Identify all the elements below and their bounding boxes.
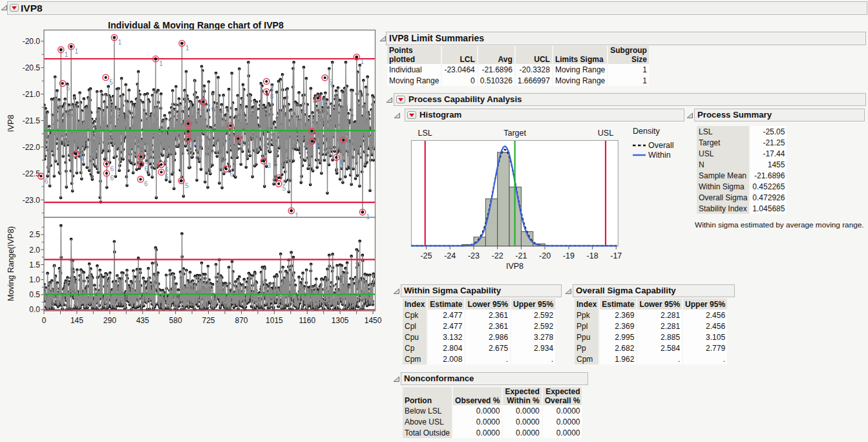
svg-text:1160: 1160 <box>299 316 315 325</box>
svg-text:3: 3 <box>316 143 320 150</box>
svg-text:2.5: 2.5 <box>29 230 40 239</box>
svg-text:-20: -20 <box>539 251 551 260</box>
svg-text:3: 3 <box>268 162 271 169</box>
svg-text:1: 1 <box>159 60 163 67</box>
svg-text:2: 2 <box>207 103 211 111</box>
svg-text:1: 1 <box>75 48 79 55</box>
svg-text:290: 290 <box>103 316 116 325</box>
svg-text:6: 6 <box>79 155 83 162</box>
svg-text:-20.5: -20.5 <box>23 63 41 72</box>
svg-text:1450: 1450 <box>365 316 382 325</box>
svg-text:Individual & Moving Range char: Individual & Moving Range chart of IVP8 <box>108 20 284 30</box>
svg-text:6: 6 <box>144 180 148 187</box>
svg-text:8: 8 <box>270 93 274 100</box>
svg-text:1.5: 1.5 <box>29 260 40 269</box>
svg-text:5: 5 <box>109 79 113 86</box>
svg-text:6: 6 <box>145 165 149 173</box>
svg-text:6: 6 <box>145 158 149 165</box>
svg-text:-20.0: -20.0 <box>23 37 41 46</box>
svg-text:6: 6 <box>110 174 114 182</box>
svg-text:6: 6 <box>165 166 169 173</box>
svg-text:-19: -19 <box>563 251 575 260</box>
svg-text:8: 8 <box>321 100 325 107</box>
svg-text:1.0: 1.0 <box>29 275 40 284</box>
svg-text:-22.0: -22.0 <box>23 143 41 152</box>
svg-text:IVP8: IVP8 <box>506 262 524 271</box>
svg-text:-21: -21 <box>515 251 527 260</box>
svg-text:5: 5 <box>282 185 286 192</box>
svg-text:5: 5 <box>328 79 332 86</box>
svg-text:1: 1 <box>295 212 299 219</box>
svg-text:6: 6 <box>110 165 114 173</box>
svg-text:4: 4 <box>192 141 196 148</box>
svg-text:1: 1 <box>118 39 122 46</box>
svg-text:2: 2 <box>347 142 351 149</box>
svg-text:1: 1 <box>360 58 364 65</box>
svg-text:5: 5 <box>185 182 189 189</box>
svg-text:-22: -22 <box>492 251 503 260</box>
svg-text:-18: -18 <box>587 251 598 260</box>
svg-text:Target: Target <box>503 129 526 138</box>
svg-text:6: 6 <box>45 178 48 185</box>
svg-text:-23: -23 <box>468 251 480 260</box>
svg-text:6: 6 <box>66 85 70 92</box>
svg-text:1: 1 <box>185 45 189 52</box>
svg-text:3: 3 <box>242 140 246 147</box>
svg-text:-25: -25 <box>420 251 432 260</box>
svg-text:-21.0: -21.0 <box>23 90 41 99</box>
svg-text:6: 6 <box>165 173 169 180</box>
svg-text:435: 435 <box>136 316 149 325</box>
svg-text:145: 145 <box>70 316 83 325</box>
svg-text:1: 1 <box>366 213 370 220</box>
svg-text:-22.5: -22.5 <box>23 169 41 178</box>
svg-text:0: 0 <box>42 316 47 325</box>
svg-text:580: 580 <box>169 316 182 325</box>
svg-text:-17: -17 <box>610 251 622 260</box>
svg-text:-21.5: -21.5 <box>23 116 41 125</box>
svg-text:0.5: 0.5 <box>29 290 40 299</box>
svg-text:-24: -24 <box>444 251 456 260</box>
svg-text:6: 6 <box>340 159 344 166</box>
svg-text:0.0: 0.0 <box>29 305 40 314</box>
svg-text:870: 870 <box>235 316 248 325</box>
svg-text:1305: 1305 <box>332 316 349 325</box>
svg-text:-23.0: -23.0 <box>23 196 41 205</box>
svg-text:5: 5 <box>270 83 274 90</box>
svg-text:1015: 1015 <box>266 316 283 325</box>
svg-text:IVP8: IVP8 <box>6 114 16 132</box>
svg-text:LSL: LSL <box>418 129 432 138</box>
svg-text:6: 6 <box>230 171 234 178</box>
svg-text:725: 725 <box>202 316 215 325</box>
svg-text:Moving Range(IVP8): Moving Range(IVP8) <box>6 226 16 301</box>
svg-text:USL: USL <box>598 129 613 138</box>
svg-text:1: 1 <box>65 51 69 58</box>
svg-text:2.0: 2.0 <box>29 246 40 255</box>
